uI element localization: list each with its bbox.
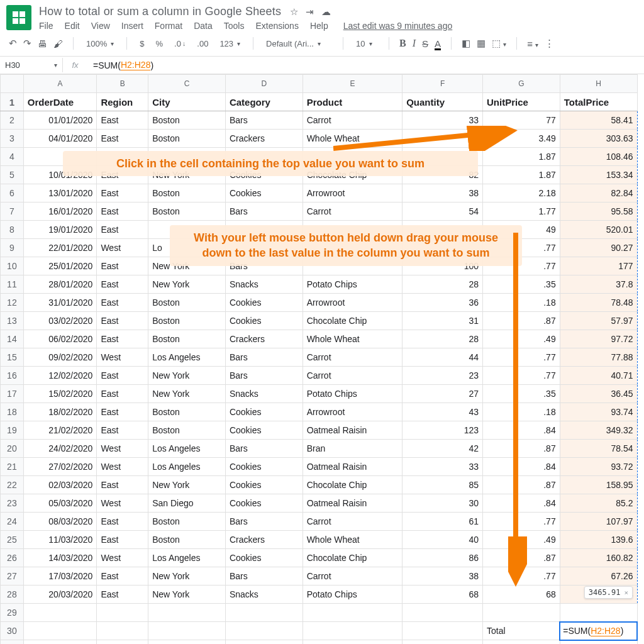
row-header[interactable]: 22 (1, 476, 24, 494)
row-header[interactable]: 4 (1, 148, 24, 166)
cell[interactable]: Carrot (303, 567, 402, 586)
header-cell[interactable]: Region (97, 93, 148, 111)
cell[interactable] (402, 148, 483, 166)
cell[interactable]: .77 (482, 513, 560, 531)
row-header[interactable]: 23 (1, 494, 24, 513)
cell[interactable]: New York (148, 275, 226, 294)
cell[interactable]: .87 (482, 312, 560, 330)
cell[interactable]: 85 (402, 476, 483, 494)
cell-selected[interactable]: 139.6 (560, 531, 637, 549)
cell[interactable]: 12/02/2020 (23, 367, 97, 385)
cell-selected[interactable]: 90.27 (560, 239, 637, 257)
cell[interactable]: New York (148, 166, 226, 184)
row-header[interactable]: 28 (1, 586, 24, 604)
cell[interactable] (303, 221, 402, 239)
cell[interactable]: Whole Wheat (303, 130, 402, 148)
cell[interactable] (23, 148, 97, 166)
cloud-status-icon[interactable]: ☁ (321, 6, 331, 18)
cell[interactable]: 1.77 (482, 203, 560, 221)
cell[interactable]: East (97, 203, 148, 221)
font-size-select[interactable]: 10 (353, 38, 379, 50)
cell[interactable] (303, 257, 402, 275)
cell[interactable]: 22/01/2020 (23, 239, 97, 257)
menu-tools[interactable]: Tools (224, 21, 245, 31)
cell[interactable]: 33 (402, 111, 483, 130)
sum-formula-cell[interactable]: =SUM(H2:H28) (560, 622, 637, 640)
cell[interactable]: 08/03/2020 (23, 513, 97, 531)
cell-selected[interactable]: 303.63 (560, 130, 637, 148)
cell[interactable]: Cookies (225, 421, 303, 440)
cell[interactable]: Arrowroot (303, 294, 402, 312)
cell[interactable]: East (97, 166, 148, 184)
cell-selected[interactable]: 67.26 (560, 567, 637, 586)
cell[interactable] (225, 148, 303, 166)
zoom-select[interactable]: 100% (84, 38, 116, 50)
col-header-G[interactable]: G (482, 75, 560, 93)
cell[interactable]: 42 (402, 440, 483, 458)
cell[interactable] (303, 239, 402, 257)
cell[interactable]: 44 (402, 348, 483, 367)
decrease-decimal-button[interactable]: .0↓ (172, 38, 188, 50)
cell[interactable]: East (97, 385, 148, 403)
cell-selected[interactable]: 77.88 (560, 348, 637, 367)
cell[interactable]: New York (148, 567, 226, 586)
cell[interactable]: 2.18 (482, 184, 560, 203)
strikethrough-button[interactable]: S (422, 38, 428, 49)
header-cell[interactable]: Quantity (402, 93, 483, 111)
cell[interactable]: Los Angeles (148, 348, 226, 367)
row-header[interactable]: 10 (1, 257, 24, 275)
cell[interactable]: 27/02/2020 (23, 458, 97, 476)
cell[interactable]: Chocolate Chip (303, 312, 402, 330)
cell[interactable]: 30 (402, 494, 483, 513)
cell[interactable]: .77 (482, 257, 560, 275)
cell-selected[interactable]: 82.84 (560, 184, 637, 203)
cell[interactable]: .87 (482, 549, 560, 567)
cell[interactable]: West (97, 440, 148, 458)
cell[interactable]: .84 (482, 421, 560, 440)
cell[interactable]: Los Angeles (148, 440, 226, 458)
font-select[interactable]: Default (Ari... (264, 38, 333, 50)
row-header[interactable]: 26 (1, 549, 24, 567)
cell[interactable]: Oatmeal Raisin (303, 421, 402, 440)
cell[interactable]: Cookies (225, 403, 303, 421)
cell[interactable]: East (97, 330, 148, 348)
cell[interactable]: 11/03/2020 (23, 531, 97, 549)
cell-selected[interactable]: 93.72 (560, 458, 637, 476)
col-header-H[interactable]: H (560, 75, 637, 93)
row-header[interactable]: 16 (1, 367, 24, 385)
row-header[interactable]: 7 (1, 203, 24, 221)
cell[interactable]: 61 (402, 513, 483, 531)
star-icon[interactable]: ☆ (290, 6, 298, 18)
cell[interactable]: 21/02/2020 (23, 421, 97, 440)
cell-selected[interactable]: 85.2 (560, 494, 637, 513)
cell[interactable]: Lo (148, 239, 226, 257)
cell[interactable] (148, 148, 226, 166)
cell[interactable]: Carrot (303, 513, 402, 531)
cell[interactable]: Bran (303, 440, 402, 458)
cell[interactable]: .18 (482, 294, 560, 312)
row-header[interactable]: 30 (1, 622, 24, 640)
row-header[interactable]: 3 (1, 130, 24, 148)
cell[interactable]: 23 (402, 367, 483, 385)
cell[interactable]: Whole Wheat (303, 531, 402, 549)
cell[interactable]: .35 (482, 275, 560, 294)
row-header[interactable]: 11 (1, 275, 24, 294)
cell[interactable]: Oatmeal Raisin (303, 494, 402, 513)
cell[interactable]: Carrot (303, 203, 402, 221)
cell[interactable]: .87 (482, 476, 560, 494)
header-cell[interactable]: OrderDate (23, 93, 97, 111)
cell[interactable]: .84 (482, 458, 560, 476)
cell-selected[interactable]: 153.34 (560, 166, 637, 184)
cell[interactable]: Boston (148, 513, 226, 531)
cell[interactable] (303, 148, 402, 166)
row-header[interactable]: 13 (1, 312, 24, 330)
cell[interactable]: Boston (148, 130, 226, 148)
cell[interactable]: West (97, 348, 148, 367)
italic-button[interactable]: I (413, 38, 416, 49)
cell[interactable]: Carrot (303, 367, 402, 385)
cell[interactable]: East (97, 403, 148, 421)
cell[interactable]: 19/01/2020 (23, 221, 97, 239)
cell[interactable]: Whole Wheat (303, 330, 402, 348)
cell[interactable]: Cookies (225, 476, 303, 494)
cell[interactable]: East (97, 130, 148, 148)
